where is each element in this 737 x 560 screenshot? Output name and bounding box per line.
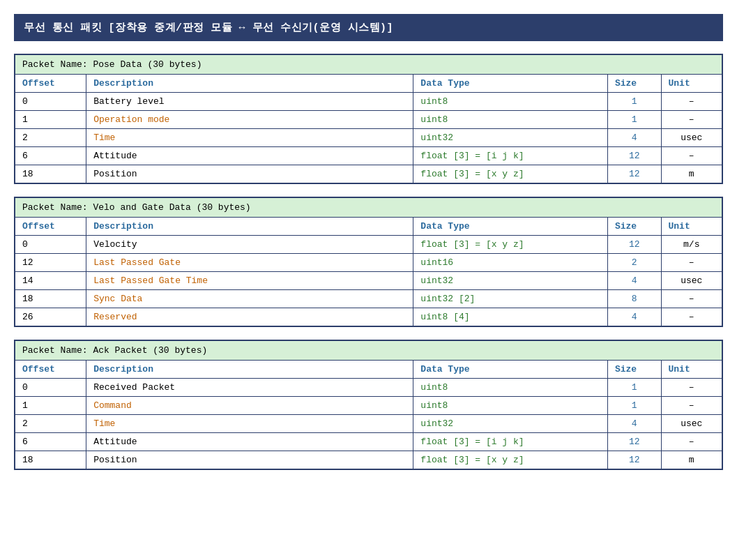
cell-size: 4 xyxy=(607,129,661,147)
cell-unit: m/s xyxy=(661,236,722,254)
cell-description: Last Passed Gate xyxy=(86,254,413,272)
cell-unit: – xyxy=(661,433,722,451)
header-col-3: Size xyxy=(607,218,661,236)
cell-unit: m xyxy=(661,451,722,470)
cell-size: 1 xyxy=(607,379,661,397)
cell-datatype: uint32 [2] xyxy=(413,290,608,308)
cell-datatype: uint32 xyxy=(413,129,608,147)
cell-unit: – xyxy=(661,147,722,165)
table-row: 1Operation modeuint81– xyxy=(15,111,722,129)
cell-unit: – xyxy=(661,111,722,129)
cell-datatype: uint8 xyxy=(413,111,608,129)
cell-unit: usec xyxy=(661,129,722,147)
table-row: 6Attitudefloat [3] = [i j k]12– xyxy=(15,147,722,165)
header-col-4: Unit xyxy=(661,361,722,379)
cell-offset: 2 xyxy=(15,129,86,147)
header-col-2: Data Type xyxy=(413,75,608,93)
table-row: 0Received Packetuint81– xyxy=(15,379,722,397)
cell-size: 12 xyxy=(607,451,661,470)
cell-size: 4 xyxy=(607,415,661,433)
packet-table-0: Packet Name: Pose Data (30 bytes)OffsetD… xyxy=(14,54,723,184)
header-col-0: Offset xyxy=(15,218,86,236)
header-col-2: Data Type xyxy=(413,218,608,236)
cell-offset: 18 xyxy=(15,290,86,308)
cell-description: Time xyxy=(86,129,413,147)
header-col-4: Unit xyxy=(661,75,722,93)
cell-datatype: float [3] = [x y z] xyxy=(413,236,608,254)
cell-description: Attitude xyxy=(86,433,413,451)
main-title: 무선 통신 패킷 [장착용 중계/판정 모듈 ↔ 무선 수신기(운영 시스템)] xyxy=(15,15,722,40)
cell-size: 12 xyxy=(607,433,661,451)
cell-description: Position xyxy=(86,165,413,184)
cell-offset: 6 xyxy=(15,433,86,451)
cell-description: Received Packet xyxy=(86,379,413,397)
cell-datatype: uint8 xyxy=(413,93,608,111)
table-row: 0Battery leveluint81– xyxy=(15,93,722,111)
cell-unit: – xyxy=(661,290,722,308)
table-row: 14Last Passed Gate Timeuint324usec xyxy=(15,272,722,290)
cell-size: 12 xyxy=(607,147,661,165)
table-row: 6Attitudefloat [3] = [i j k]12– xyxy=(15,433,722,451)
cell-description: Position xyxy=(86,451,413,470)
table-row: 1Commanduint81– xyxy=(15,397,722,415)
cell-offset: 26 xyxy=(15,308,86,327)
cell-unit: usec xyxy=(661,415,722,433)
cell-size: 1 xyxy=(607,111,661,129)
cell-unit: m xyxy=(661,165,722,184)
cell-datatype: uint32 xyxy=(413,272,608,290)
cell-description: Attitude xyxy=(86,147,413,165)
cell-offset: 18 xyxy=(15,451,86,470)
cell-description: Reserved xyxy=(86,308,413,327)
cell-unit: – xyxy=(661,379,722,397)
cell-size: 4 xyxy=(607,308,661,327)
main-title-row: 무선 통신 패킷 [장착용 중계/판정 모듈 ↔ 무선 수신기(운영 시스템)] xyxy=(15,15,722,40)
cell-datatype: float [3] = [x y z] xyxy=(413,165,608,184)
tables-container: Packet Name: Pose Data (30 bytes)OffsetD… xyxy=(14,54,723,470)
cell-datatype: float [3] = [i j k] xyxy=(413,433,608,451)
cell-offset: 0 xyxy=(15,93,86,111)
cell-offset: 0 xyxy=(15,236,86,254)
packet-name-1: Packet Name: Velo and Gate Data (30 byte… xyxy=(15,197,722,218)
table-row: 18Positionfloat [3] = [x y z]12m xyxy=(15,451,722,470)
cell-description: Last Passed Gate Time xyxy=(86,272,413,290)
header-col-1: Description xyxy=(86,361,413,379)
cell-offset: 0 xyxy=(15,379,86,397)
header-col-2: Data Type xyxy=(413,361,608,379)
cell-size: 1 xyxy=(607,93,661,111)
cell-offset: 2 xyxy=(15,415,86,433)
table-row: 26Reserveduint8 [4]4– xyxy=(15,308,722,327)
table-row: 0Velocityfloat [3] = [x y z]12m/s xyxy=(15,236,722,254)
packet-name-2: Packet Name: Ack Packet (30 bytes) xyxy=(15,340,722,361)
cell-datatype: float [3] = [i j k] xyxy=(413,147,608,165)
cell-description: Command xyxy=(86,397,413,415)
header-col-0: Offset xyxy=(15,361,86,379)
cell-datatype: float [3] = [x y z] xyxy=(413,451,608,470)
cell-description: Battery level xyxy=(86,93,413,111)
table-row: 12Last Passed Gateuint162– xyxy=(15,254,722,272)
cell-size: 1 xyxy=(607,397,661,415)
table-row: 2Timeuint324usec xyxy=(15,415,722,433)
header-col-1: Description xyxy=(86,75,413,93)
header-col-3: Size xyxy=(607,75,661,93)
header-col-0: Offset xyxy=(15,75,86,93)
cell-unit: – xyxy=(661,254,722,272)
cell-size: 8 xyxy=(607,290,661,308)
cell-datatype: uint8 xyxy=(413,397,608,415)
packet-name-0: Packet Name: Pose Data (30 bytes) xyxy=(15,54,722,75)
cell-offset: 1 xyxy=(15,111,86,129)
cell-size: 12 xyxy=(607,165,661,184)
packet-table-1: Packet Name: Velo and Gate Data (30 byte… xyxy=(14,197,723,327)
cell-offset: 12 xyxy=(15,254,86,272)
main-wrapper-table: 무선 통신 패킷 [장착용 중계/판정 모듈 ↔ 무선 수신기(운영 시스템)] xyxy=(14,14,723,41)
cell-datatype: uint32 xyxy=(413,415,608,433)
cell-offset: 1 xyxy=(15,397,86,415)
header-col-4: Unit xyxy=(661,218,722,236)
packet-table-2: Packet Name: Ack Packet (30 bytes)Offset… xyxy=(14,340,723,470)
cell-datatype: uint16 xyxy=(413,254,608,272)
cell-description: Time xyxy=(86,415,413,433)
table-row: 18Sync Datauint32 [2]8– xyxy=(15,290,722,308)
cell-size: 2 xyxy=(607,254,661,272)
cell-size: 12 xyxy=(607,236,661,254)
cell-datatype: uint8 xyxy=(413,379,608,397)
cell-offset: 6 xyxy=(15,147,86,165)
